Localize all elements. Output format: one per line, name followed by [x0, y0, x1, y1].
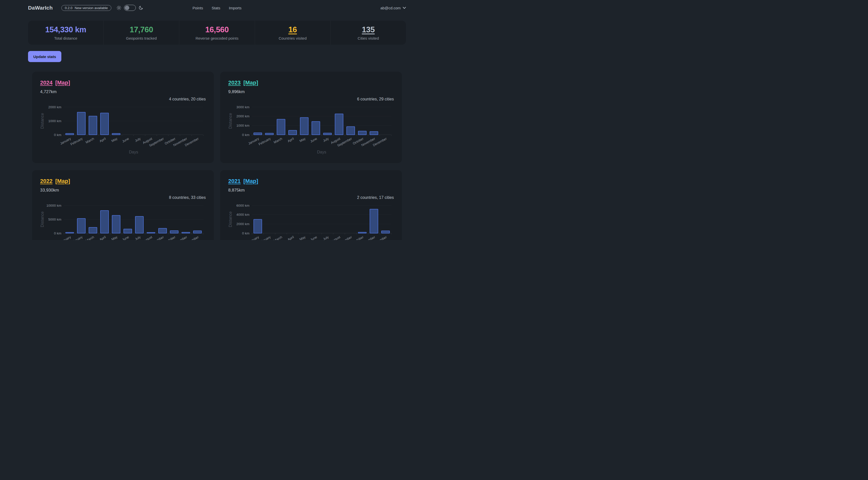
- year-countries-cities: 8 countries, 33 cities: [40, 195, 206, 200]
- svg-text:February: February: [258, 136, 271, 146]
- year-link-2021[interactable]: 2021: [228, 178, 241, 185]
- svg-text:July: July: [322, 235, 330, 240]
- theme-toggle[interactable]: [124, 5, 136, 11]
- year-distance: 8,875km: [228, 188, 394, 193]
- user-email: ab@cd.com: [380, 6, 401, 10]
- svg-text:March: March: [273, 235, 283, 240]
- stat-block: 135Cities visited: [330, 21, 406, 45]
- svg-text:February: February: [70, 235, 83, 240]
- svg-text:April: April: [99, 235, 106, 240]
- stat-value: 16,560: [205, 25, 229, 34]
- stats-summary-row: 154,330 kmTotal distance17,760Geopoints …: [28, 21, 406, 45]
- svg-text:1000 km: 1000 km: [48, 119, 61, 123]
- svg-text:May: May: [111, 235, 118, 240]
- svg-text:March: March: [85, 235, 95, 240]
- svg-text:June: June: [121, 235, 129, 240]
- svg-text:0 km: 0 km: [242, 231, 249, 235]
- nav-item-imports[interactable]: Imports: [229, 6, 241, 10]
- svg-text:5000 km: 5000 km: [48, 218, 61, 221]
- svg-text:2000 km: 2000 km: [236, 222, 249, 226]
- svg-text:January: January: [60, 136, 72, 146]
- app-logo[interactable]: DaWarIch: [28, 5, 53, 11]
- svg-text:Distance: Distance: [40, 212, 44, 227]
- map-link-2023[interactable]: [Map]: [243, 79, 258, 86]
- year-card-2023: 2023[Map]9,896km6 countries, 29 cities0 …: [220, 72, 402, 163]
- svg-text:April: April: [99, 136, 106, 143]
- year-distance: 4,727km: [40, 89, 206, 94]
- theme-switcher: [116, 5, 144, 11]
- year-countries-cities: 6 countries, 29 cities: [228, 97, 394, 101]
- stat-label: Countries visited: [279, 36, 307, 40]
- svg-text:January: January: [248, 136, 260, 146]
- user-menu[interactable]: ab@cd.com: [380, 6, 406, 10]
- svg-text:Distance: Distance: [228, 113, 232, 129]
- svg-text:1000 km: 1000 km: [236, 124, 249, 127]
- stat-value: 17,760: [129, 25, 153, 34]
- stat-label: Cities visited: [358, 36, 379, 40]
- svg-text:Distance: Distance: [228, 212, 232, 227]
- stat-value[interactable]: 16: [288, 25, 297, 34]
- map-link-2021[interactable]: [Map]: [243, 178, 258, 185]
- update-stats-button[interactable]: Update stats: [28, 51, 61, 62]
- svg-text:February: February: [70, 136, 83, 146]
- year-card-title: 2023[Map]: [228, 79, 394, 86]
- year-card-2024: 2024[Map]4,727km4 countries, 20 cities0 …: [32, 72, 214, 163]
- svg-text:4000 km: 4000 km: [236, 213, 249, 217]
- nav-item-points[interactable]: Points: [193, 6, 203, 10]
- version-badge[interactable]: 0.2.0 New version available: [61, 5, 111, 11]
- year-distance-chart-2024: 0 km1000 km2000 kmJanuaryFebruaryMarchAp…: [40, 103, 206, 155]
- stat-block: 16,560Reverse geocoded points: [179, 21, 255, 45]
- svg-text:February: February: [258, 235, 271, 240]
- year-distance: 9,896km: [228, 89, 394, 94]
- stat-value[interactable]: 135: [362, 25, 375, 34]
- year-distance-chart-2021: 0 km2000 km4000 km6000 kmJanuaryFebruary…: [228, 202, 394, 240]
- svg-text:6000 km: 6000 km: [236, 204, 249, 207]
- year-distance: 33,930km: [40, 188, 206, 193]
- theme-toggle-knob: [125, 5, 129, 10]
- svg-text:March: March: [273, 136, 283, 144]
- stat-value: 154,330 km: [45, 25, 86, 34]
- svg-text:3000 km: 3000 km: [236, 105, 249, 109]
- map-link-2024[interactable]: [Map]: [55, 79, 70, 86]
- year-link-2024[interactable]: 2024: [40, 79, 53, 86]
- stat-block: 17,760Geopoints tracked: [103, 21, 179, 45]
- year-countries-cities: 4 countries, 20 cities: [40, 97, 206, 101]
- stat-block: 16Countries visited: [255, 21, 331, 45]
- svg-text:2000 km: 2000 km: [48, 105, 61, 109]
- svg-text:April: April: [287, 235, 294, 240]
- map-link-2022[interactable]: [Map]: [55, 178, 70, 185]
- stat-label: Geopoints tracked: [126, 36, 157, 40]
- svg-text:January: January: [60, 235, 72, 240]
- svg-text:May: May: [111, 136, 118, 143]
- nav-item-stats[interactable]: Stats: [212, 6, 220, 10]
- svg-text:May: May: [299, 136, 306, 143]
- year-distance-chart-2023: 0 km1000 km2000 km3000 kmJanuaryFebruary…: [228, 103, 394, 155]
- year-distance-chart-2022: 0 km5000 km10000 kmJanuaryFebruaryMarchA…: [40, 202, 206, 240]
- svg-text:June: June: [310, 235, 318, 240]
- year-link-2022[interactable]: 2022: [40, 178, 53, 185]
- chevron-down-icon: [403, 7, 406, 9]
- year-link-2023[interactable]: 2023: [228, 79, 241, 86]
- svg-text:10000 km: 10000 km: [46, 204, 61, 207]
- year-card-2021: 2021[Map]8,875km2 countries, 17 cities0 …: [220, 170, 402, 240]
- year-countries-cities: 2 countries, 17 cities: [228, 195, 394, 200]
- svg-text:March: March: [85, 136, 95, 144]
- svg-text:0 km: 0 km: [54, 231, 61, 235]
- year-card-title: 2022[Map]: [40, 178, 206, 185]
- moon-icon: [138, 5, 144, 10]
- svg-text:June: June: [121, 136, 129, 143]
- svg-text:August: August: [330, 235, 341, 240]
- svg-text:July: July: [322, 136, 330, 142]
- year-card-title: 2024[Map]: [40, 79, 206, 86]
- svg-text:0 km: 0 km: [54, 133, 61, 137]
- svg-text:Distance: Distance: [40, 113, 44, 129]
- svg-text:January: January: [248, 235, 260, 240]
- svg-text:2000 km: 2000 km: [236, 114, 249, 118]
- year-card-2022: 2022[Map]33,930km8 countries, 33 cities0…: [32, 170, 214, 240]
- navbar: DaWarIch 0.2.0 New version available: [28, 0, 406, 15]
- year-cards-grid: 2024[Map]4,727km4 countries, 20 cities0 …: [28, 72, 406, 240]
- version-number: 0.2.0: [65, 6, 72, 10]
- svg-text:April: April: [287, 136, 294, 143]
- stat-block: 154,330 kmTotal distance: [28, 21, 103, 45]
- svg-text:October: October: [164, 235, 176, 240]
